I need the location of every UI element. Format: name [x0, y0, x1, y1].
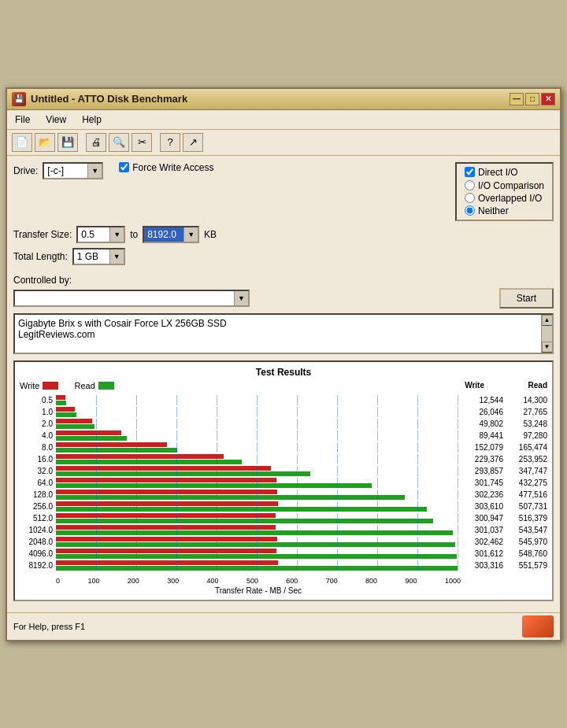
grid-line — [337, 466, 338, 476]
menu-help[interactable]: Help — [79, 113, 105, 127]
io-options-panel: Direct I/O I/O Comparison Overlapped I/O… — [455, 162, 554, 221]
read-legend: Read — [74, 381, 113, 390]
drive-input[interactable]: [-c-] — [44, 164, 87, 178]
read-bar — [56, 483, 372, 488]
title-bar-buttons: — □ ✕ — [510, 93, 555, 105]
read-bar — [56, 471, 310, 476]
controlled-by-arrow[interactable]: ▼ — [234, 291, 248, 305]
grid-line — [297, 431, 298, 441]
neither-radio[interactable] — [465, 205, 475, 216]
drive-label: Drive: — [13, 165, 38, 176]
bars-area — [56, 442, 458, 453]
read-value: 53,248 — [506, 419, 547, 428]
to-label: to — [130, 229, 138, 240]
scroll-up-button[interactable]: ▲ — [542, 315, 553, 326]
save-button[interactable]: 💾 — [57, 133, 78, 152]
read-value: 548,760 — [506, 549, 547, 558]
description-textarea[interactable]: Gigabyte Brix s with Cosair Force LX 256… — [13, 313, 554, 354]
grid-line — [417, 478, 418, 488]
total-length-combo[interactable]: 1 GB ▼ — [72, 248, 125, 265]
transfer-to-combo[interactable]: 8192.0 ▼ — [143, 226, 199, 243]
transfer-to-input[interactable]: 8192.0 — [144, 227, 183, 242]
controlled-by-input[interactable] — [15, 291, 234, 305]
x-axis-labels-wrapper: 01002003004005006007008009001000 Transfe… — [56, 575, 461, 595]
grid-line — [417, 442, 418, 453]
total-length-input[interactable]: 1 GB — [74, 249, 109, 264]
title-bar-left: 💾 Untitled - ATTO Disk Benchmark — [12, 92, 187, 106]
direct-io-checkbox[interactable] — [465, 167, 475, 177]
close-button[interactable]: ✕ — [541, 93, 555, 105]
write-value: 49,802 — [462, 419, 503, 428]
neither-row: Neither — [465, 205, 544, 216]
transfer-size-label: Transfer Size: — [13, 229, 72, 240]
x-label: 400 — [207, 577, 219, 585]
chart-row: 2048.0302,462545,970 — [20, 537, 547, 547]
grid-line — [377, 431, 378, 441]
app-icon: 💾 — [12, 92, 26, 106]
textarea-scrollbar[interactable]: ▲ ▼ — [541, 315, 552, 353]
total-length-arrow[interactable]: ▼ — [109, 249, 124, 264]
chart-container: Test Results Write Read Write Read 0.512… — [13, 360, 554, 601]
controlled-by-combo[interactable]: ▼ — [13, 290, 250, 307]
x-axis-spacer — [20, 575, 56, 595]
transfer-from-input[interactable]: 0.5 — [78, 227, 109, 242]
force-write-checkbox[interactable] — [119, 162, 129, 172]
read-value: 543,547 — [506, 526, 547, 534]
new-button[interactable]: 📄 — [12, 133, 32, 152]
transfer-to-arrow[interactable]: ▼ — [183, 227, 198, 242]
grid-line — [136, 419, 137, 429]
grid-line — [257, 454, 258, 464]
row-label: 0.5 — [20, 396, 56, 405]
row-values: 49,80253,248 — [458, 419, 547, 428]
io-comparison-radio[interactable] — [465, 180, 475, 190]
transfer-from-arrow[interactable]: ▼ — [109, 227, 124, 242]
row-label: 4.0 — [20, 431, 56, 440]
menu-file[interactable]: File — [12, 113, 33, 127]
grid-line — [417, 395, 418, 405]
preview-button[interactable]: 🔍 — [109, 133, 129, 152]
write-value: 303,610 — [462, 502, 503, 511]
maximize-button[interactable]: □ — [525, 93, 539, 105]
row-label: 512.0 — [20, 514, 56, 523]
overlapped-io-radio[interactable] — [465, 193, 475, 203]
read-legend-label: Read — [74, 381, 94, 390]
grid-line — [417, 407, 418, 417]
scroll-down-button[interactable]: ▼ — [542, 342, 553, 353]
grid-line — [297, 419, 298, 429]
print-button[interactable]: 🖨 — [86, 133, 106, 152]
grid-line — [297, 407, 298, 417]
chart-row: 32.0293,857347,747 — [20, 466, 547, 476]
read-value: 253,952 — [506, 455, 547, 464]
help2-button[interactable]: ↗ — [183, 133, 203, 152]
grid-line — [217, 407, 217, 417]
write-value: 301,745 — [462, 479, 503, 487]
grid-line — [176, 419, 177, 429]
total-length-row: Total Length: 1 GB ▼ — [13, 248, 554, 265]
drive-combo[interactable]: [-c-] ▼ — [43, 162, 103, 179]
minimize-button[interactable]: — — [510, 93, 524, 105]
direct-io-label: Direct I/O — [478, 167, 518, 178]
grid-line — [417, 419, 418, 429]
open-button[interactable]: 📂 — [35, 133, 55, 152]
drive-arrow[interactable]: ▼ — [87, 164, 102, 178]
grid-line — [417, 490, 418, 500]
help-text: For Help, press F1 — [13, 622, 85, 631]
row-values: 89,44197,280 — [458, 431, 547, 440]
grid-line — [257, 442, 258, 453]
cut-button[interactable]: ✂ — [132, 133, 152, 152]
read-bar — [56, 530, 453, 535]
row-label: 8192.0 — [20, 561, 56, 570]
write-value: 229,376 — [462, 455, 503, 464]
grid-line — [217, 419, 217, 429]
grid-line — [136, 407, 137, 417]
controlled-by-section: Controlled by: ▼ Start — [13, 275, 554, 309]
row-values: 26,04627,765 — [458, 408, 547, 416]
read-legend-color — [98, 382, 114, 390]
transfer-from-combo[interactable]: 0.5 ▼ — [76, 226, 125, 243]
start-button[interactable]: Start — [499, 288, 554, 309]
help-button[interactable]: ? — [160, 133, 180, 152]
read-bar — [56, 519, 433, 523]
menu-view[interactable]: View — [43, 113, 69, 127]
grid-line — [176, 431, 177, 441]
write-bar — [56, 549, 276, 553]
